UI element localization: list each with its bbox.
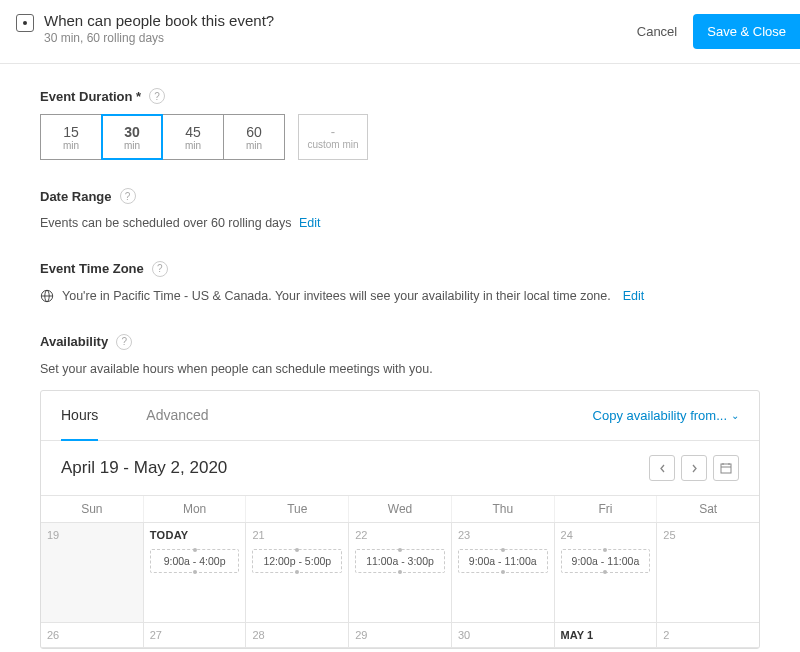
calendar-dot-icon [16, 14, 34, 32]
date-range-text: Events can be scheduled over 60 rolling … [40, 216, 292, 230]
calendar-row: 19 TODAY 9:00a - 4:00p 21 12:00p - 5:00p… [41, 523, 759, 623]
header-text: When can people book this event? 30 min,… [44, 12, 637, 45]
help-icon[interactable]: ? [116, 334, 132, 350]
date-range-display: April 19 - May 2, 2020 [61, 458, 227, 478]
copy-availability-link[interactable]: Copy availability from... ⌄ [593, 408, 739, 423]
calendar-cell[interactable]: TODAY 9:00a - 4:00p [144, 523, 247, 623]
duration-custom-button[interactable]: - custom min [298, 114, 368, 160]
tab-advanced[interactable]: Advanced [146, 391, 208, 441]
globe-icon [40, 289, 54, 303]
availability-panel: Hours Advanced Copy availability from...… [40, 390, 760, 649]
calendar-cell[interactable]: 2 [657, 623, 759, 648]
time-zone-text: You're in Pacific Time - US & Canada. Yo… [62, 287, 611, 306]
save-close-button[interactable]: Save & Close [693, 14, 800, 49]
calendar-cell[interactable]: 29 [349, 623, 452, 648]
duration-15-button[interactable]: 15 min [40, 114, 102, 160]
help-icon[interactable]: ? [149, 88, 165, 104]
prev-week-button[interactable] [649, 455, 675, 481]
page-header: When can people book this event? 30 min,… [0, 0, 800, 64]
page-subtitle: 30 min, 60 rolling days [44, 31, 637, 45]
event-time-zone-section: Event Time Zone ? You're in Pacific Time… [40, 261, 760, 306]
calendar-cell[interactable]: MAY 1 [555, 623, 658, 648]
event-duration-section: Event Duration * ? 15 min 30 min 45 min … [40, 88, 760, 160]
date-range-edit-link[interactable]: Edit [299, 216, 321, 230]
calendar-cell[interactable]: 19 [41, 523, 144, 623]
time-zone-edit-link[interactable]: Edit [623, 287, 645, 306]
duration-30-button[interactable]: 30 min [101, 114, 163, 160]
duration-60-button[interactable]: 60 min [223, 114, 285, 160]
date-range-section: Date Range ? Events can be scheduled ove… [40, 188, 760, 233]
calendar-cell[interactable]: 26 [41, 623, 144, 648]
calendar-cell[interactable]: 24 9:00a - 11:00a [555, 523, 658, 623]
calendar-row: 26 27 28 29 30 MAY 1 2 [41, 623, 759, 648]
event-duration-label: Event Duration * [40, 89, 141, 104]
availability-section: Availability ? Set your available hours … [40, 334, 760, 650]
calendar-cell[interactable]: 21 12:00p - 5:00p [246, 523, 349, 623]
date-range-label: Date Range [40, 189, 112, 204]
duration-45-button[interactable]: 45 min [162, 114, 224, 160]
calendar-cell[interactable]: 30 [452, 623, 555, 648]
calendar-cell[interactable]: 27 [144, 623, 247, 648]
svg-point-0 [23, 21, 27, 25]
availability-text: Set your available hours when people can… [40, 360, 760, 379]
next-week-button[interactable] [681, 455, 707, 481]
availability-slot[interactable]: 11:00a - 3:00p [355, 549, 445, 573]
chevron-down-icon: ⌄ [731, 410, 739, 421]
calendar-cell[interactable]: 25 [657, 523, 759, 623]
availability-label: Availability [40, 334, 108, 349]
cancel-button[interactable]: Cancel [637, 24, 677, 39]
event-time-zone-label: Event Time Zone [40, 261, 144, 276]
calendar-picker-button[interactable] [713, 455, 739, 481]
calendar-weekday-header: Sun Mon Tue Wed Thu Fri Sat [41, 495, 759, 523]
help-icon[interactable]: ? [152, 261, 168, 277]
help-icon[interactable]: ? [120, 188, 136, 204]
svg-rect-4 [721, 464, 731, 473]
page-title: When can people book this event? [44, 12, 637, 29]
availability-slot[interactable]: 9:00a - 4:00p [150, 549, 240, 573]
availability-slot[interactable]: 9:00a - 11:00a [561, 549, 651, 573]
calendar-cell[interactable]: 23 9:00a - 11:00a [452, 523, 555, 623]
tab-hours[interactable]: Hours [61, 391, 98, 441]
availability-slot[interactable]: 9:00a - 11:00a [458, 549, 548, 573]
availability-slot[interactable]: 12:00p - 5:00p [252, 549, 342, 573]
calendar-cell[interactable]: 28 [246, 623, 349, 648]
calendar-cell[interactable]: 22 11:00a - 3:00p [349, 523, 452, 623]
